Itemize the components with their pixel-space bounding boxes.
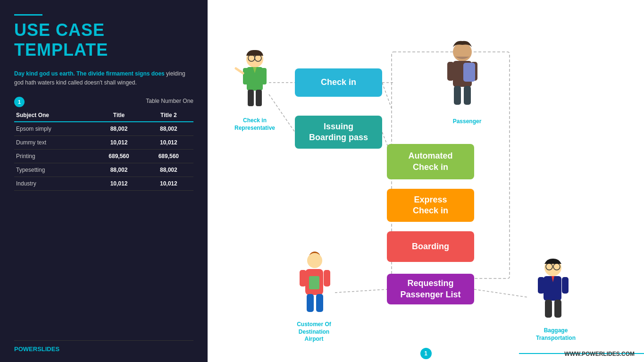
svg-rect-25 [463, 63, 475, 82]
table-cell: 88,002 [94, 122, 143, 136]
svg-rect-39 [554, 300, 561, 318]
title-bar [14, 14, 42, 16]
automated-box: AutomatedCheck in [387, 144, 474, 179]
title-black: USE CASE [14, 20, 105, 40]
svg-line-18 [236, 68, 243, 73]
baggage-label: BaggageTransportation [532, 327, 579, 342]
table-cell: 88,002 [94, 163, 143, 177]
description: Day kind god us earth. The divide firmam… [14, 69, 193, 87]
table-cell: 10,012 [144, 177, 193, 191]
svg-rect-33 [309, 276, 319, 289]
table-label: Table Number One [28, 98, 193, 104]
svg-rect-29 [300, 270, 306, 286]
title-cyan: TEMPLATE [14, 40, 108, 59]
express-box: ExpressCheck in [387, 189, 474, 222]
svg-rect-21 [447, 62, 454, 81]
svg-rect-31 [307, 294, 314, 312]
table-cell: 88,002 [144, 163, 193, 177]
svg-rect-37 [562, 277, 569, 294]
table-cell: 10,012 [94, 177, 143, 191]
svg-point-27 [307, 253, 322, 268]
table-cell: 10,012 [94, 136, 143, 150]
check-in-rep-figure [234, 47, 276, 115]
baggage-figure [533, 257, 573, 325]
check-in-rep-label: Check inRepresentative [234, 117, 276, 132]
brand-logo: POWERSLIDES [14, 345, 59, 353]
brand-black: POWER [14, 345, 37, 353]
table-cell: Typesetting [14, 163, 94, 177]
table-cell: Dummy text [14, 136, 94, 150]
svg-line-3 [382, 83, 392, 109]
table-cell: Printing [14, 150, 94, 163]
footer-url: WWW.POWERLIDES.COM [564, 351, 635, 357]
data-table: Subject One Title Title 2 Epsom simply88… [14, 109, 193, 191]
svg-rect-30 [324, 270, 330, 286]
table-cell: 88,002 [144, 122, 193, 136]
table-cell: 689,560 [144, 150, 193, 163]
table-cell: Industry [14, 177, 94, 191]
svg-rect-11 [261, 68, 267, 84]
passenger-figure [439, 40, 486, 118]
boarding-box: Boarding [387, 231, 474, 262]
footer-left: POWERSLIDES [14, 340, 193, 353]
svg-rect-13 [256, 90, 262, 106]
svg-rect-10 [243, 68, 249, 84]
customer-label: Customer OfDestinationAirport [292, 321, 336, 343]
check-in-box: Check in [295, 68, 382, 97]
table-number-circle: 1 [14, 97, 25, 107]
col-header-2: Title 2 [144, 109, 193, 122]
svg-rect-12 [248, 90, 254, 106]
table-cell: 10,012 [144, 136, 193, 150]
svg-line-5 [335, 289, 387, 293]
table-section: 1 Table Number One Subject One Title Tit… [14, 97, 193, 333]
svg-line-6 [474, 289, 528, 297]
issuing-boarding-box: IssuingBoarding pass [295, 116, 382, 149]
svg-rect-32 [316, 294, 323, 312]
svg-rect-38 [545, 300, 552, 318]
col-header-1: Title [94, 109, 143, 122]
table-cell: Epsom simply [14, 122, 94, 136]
svg-rect-36 [538, 277, 544, 294]
svg-rect-24 [464, 86, 471, 105]
customer-figure [295, 250, 335, 318]
table-cell: 689,560 [94, 150, 143, 163]
passenger-label: Passenger [448, 118, 486, 126]
page-circle: 1 [420, 348, 432, 359]
col-header-0: Subject One [14, 109, 94, 122]
main-title: USE CASE TEMPLATE [14, 20, 193, 60]
table-header-row: 1 Table Number One [14, 97, 193, 107]
right-panel: Check inRepresentative Passenger [208, 0, 644, 362]
brand-cyan: SLIDES [37, 345, 59, 353]
desc-bold: Day kind god us earth. The divide firmam… [14, 70, 165, 77]
footer-center: 1 [420, 348, 432, 359]
left-panel: USE CASE TEMPLATE Day kind god us earth.… [0, 0, 208, 362]
svg-rect-23 [454, 86, 461, 105]
requesting-box: RequestingPassenger List [387, 274, 474, 304]
